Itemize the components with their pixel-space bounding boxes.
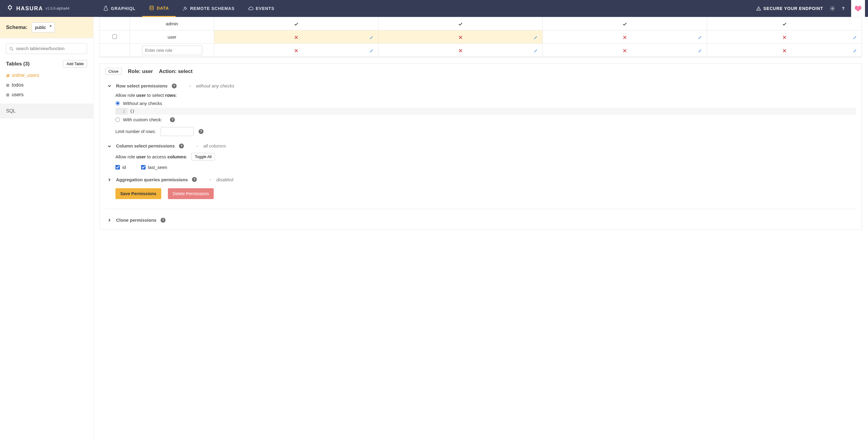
sidebar: Schema: public Tables (3) Add Table [0, 17, 93, 441]
svg-point-2 [758, 9, 758, 10]
chevron-down-icon [107, 83, 112, 88]
column-last-seen-checkbox[interactable] [141, 165, 146, 170]
delete-permissions-button[interactable]: Delete Permissions [168, 188, 214, 199]
pencil-icon[interactable] [698, 34, 703, 39]
aggregation-permissions-title: Aggregation queries permissions [116, 177, 188, 182]
radio-custom-check[interactable] [116, 117, 120, 122]
row-permissions-header[interactable]: Row select permissions ? - without any c… [105, 80, 856, 91]
pencil-icon[interactable] [698, 47, 703, 53]
clone-permissions-title: Clone permissions [116, 217, 156, 223]
column-id-checkbox[interactable] [116, 165, 120, 170]
save-permissions-button[interactable]: Save Permissions [116, 188, 161, 199]
pencil-icon[interactable] [369, 47, 374, 53]
main-content: admin user [93, 17, 868, 441]
toggle-all-button[interactable]: Toggle All [191, 153, 215, 160]
panel-action-label: Action: select [159, 68, 192, 75]
perm-cell-new-update[interactable] [543, 44, 707, 57]
perm-cell-new-insert[interactable] [214, 44, 378, 57]
schema-bar: Schema: public [0, 17, 93, 38]
table-name: todos [12, 82, 24, 88]
nav-remote-label: REMOTE SCHEMAS [190, 6, 235, 11]
close-button[interactable]: Close [105, 68, 122, 75]
hasura-logo-icon [6, 4, 14, 12]
chevron-right-icon [107, 177, 112, 182]
x-icon [782, 47, 787, 53]
permission-editor-panel: Close Role: user Action: select Row sele… [99, 63, 862, 230]
pencil-icon[interactable] [533, 47, 538, 53]
nav-graphiql[interactable]: GRAPHIQL [96, 0, 142, 17]
perm-row-user: user [100, 30, 862, 44]
column-checkbox-last-seen[interactable]: last_seen [141, 165, 167, 170]
brand-version: v1.0.0-alpha44 [45, 6, 69, 10]
row-permissions-status: without any checks [196, 83, 234, 88]
warning-icon [756, 6, 761, 11]
perm-row-new [100, 44, 862, 57]
filter-code-editor[interactable]: 1 {} [116, 108, 856, 115]
x-icon [622, 34, 627, 39]
help-icon[interactable]: ? [161, 218, 165, 223]
help-icon[interactable]: ? [192, 177, 197, 182]
check-icon [782, 21, 787, 26]
help-icon[interactable]: ? [198, 129, 204, 134]
svg-point-0 [150, 6, 153, 7]
bulk-select-user-checkbox[interactable] [113, 34, 117, 39]
nav-data[interactable]: DATA [142, 0, 176, 17]
sidebar-table-users[interactable]: ▦ users [6, 90, 87, 99]
perm-cell-user-insert[interactable] [214, 30, 378, 44]
help-icon[interactable]: ? [170, 117, 175, 122]
radio-without-checks[interactable] [116, 101, 120, 106]
svg-point-4 [10, 47, 12, 50]
new-role-input[interactable] [142, 46, 202, 55]
perm-cell-new-delete[interactable] [707, 44, 862, 57]
love-button[interactable] [851, 0, 865, 17]
code-gutter: 1 [116, 108, 127, 115]
nav-items: GRAPHIQL DATA REMOTE SCHEMAS EVENTS [96, 0, 281, 17]
aggregation-permissions-header[interactable]: Aggregation queries permissions ? - disa… [105, 174, 856, 185]
perm-cell-user-update[interactable] [543, 30, 707, 44]
sidebar-sql[interactable]: SQL [0, 104, 93, 118]
search-input[interactable] [6, 43, 87, 54]
clone-permissions-header[interactable]: Clone permissions ? [105, 214, 856, 223]
logo-block: HASURA v1.0.0-alpha44 [6, 4, 96, 12]
panel-role-label: Role: user [128, 68, 153, 75]
nav-remote[interactable]: REMOTE SCHEMAS [176, 0, 241, 17]
help-icon[interactable]: ? [179, 144, 184, 148]
role-name-user: user [130, 30, 214, 44]
pencil-icon[interactable] [369, 34, 374, 39]
column-checkbox-id[interactable]: id [116, 165, 126, 170]
aggregation-permissions-status: disabled [216, 177, 233, 182]
column-permissions-status: all columns [204, 143, 226, 148]
separator [105, 209, 856, 209]
pencil-icon[interactable] [852, 34, 858, 39]
nav-right: SECURE YOUR ENDPOINT ? [756, 0, 868, 17]
add-table-button[interactable]: Add Table [63, 60, 87, 67]
gear-icon[interactable] [830, 6, 835, 11]
secure-endpoint-link[interactable]: SECURE YOUR ENDPOINT [756, 6, 824, 11]
limit-rows-input[interactable] [161, 127, 194, 136]
perm-cell-new-select[interactable] [378, 44, 543, 57]
sidebar-table-todos[interactable]: ▦ todos [6, 80, 87, 90]
nav-events-label: EVENTS [256, 6, 275, 11]
schema-label: Schema: [6, 24, 27, 30]
help-icon[interactable]: ? [842, 6, 844, 11]
column-permissions-title: Column select permissions [116, 143, 175, 148]
table-name: online_users [12, 73, 39, 78]
x-icon [458, 47, 463, 53]
schema-select[interactable]: public [32, 22, 55, 33]
nav-graphiql-label: GRAPHIQL [111, 6, 135, 11]
pencil-icon[interactable] [533, 34, 538, 39]
check-icon [622, 21, 627, 26]
table-icon: ▦ [6, 93, 9, 97]
table-icon: ▦ [6, 73, 9, 78]
column-permissions-header[interactable]: Column select permissions ? - all column… [105, 140, 856, 151]
perm-cell-user-select[interactable] [378, 30, 543, 44]
pencil-icon[interactable] [852, 47, 858, 53]
help-icon[interactable]: ? [172, 84, 177, 88]
perm-cell-user-delete[interactable] [707, 30, 862, 44]
row-allow-text: Allow role user to select rows: [116, 93, 856, 98]
sidebar-table-online-users[interactable]: ▦ online_users [6, 70, 87, 80]
top-nav: HASURA v1.0.0-alpha44 GRAPHIQL DATA REMO… [0, 0, 868, 17]
nav-events[interactable]: EVENTS [241, 0, 281, 17]
heart-icon [855, 5, 862, 12]
x-icon [294, 47, 299, 53]
